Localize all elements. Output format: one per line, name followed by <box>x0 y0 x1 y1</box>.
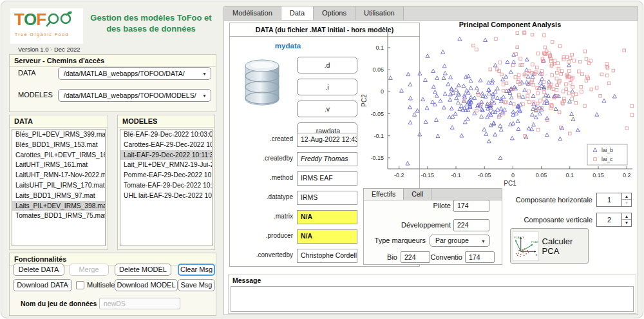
message-textarea[interactable] <box>231 286 634 312</box>
composante-verticale-spinner: ▲ ▼ <box>622 213 632 227</box>
developpement-field[interactable]: 224 <box>453 219 489 231</box>
field-button-v[interactable]: .v <box>297 101 357 117</box>
data-path-dropdown[interactable]: /data/MATLAB_webapps/TOFOO/DATA/ ▼ <box>58 67 211 80</box>
developpement-label: Développement <box>388 221 451 229</box>
composante-horizontale-spinner: ▲ ▼ <box>622 193 632 207</box>
list-item[interactable]: Carottes-EAF-29-Dec-2022 10:38:00.mat <box>120 140 212 150</box>
dataset-name-input[interactable] <box>99 298 180 309</box>
delete-data-button[interactable]: Delete DATA <box>13 264 64 276</box>
modeles-path-value: /data/MATLAB_webapps/TOFOO/MODELS/ <box>64 92 196 99</box>
merge-button[interactable]: Merge <box>69 264 109 276</box>
list-item[interactable]: Blé-EAF-29-Dec-2022 10:03:01.mat <box>120 130 212 140</box>
svg-text:-0.2: -0.2 <box>394 172 404 179</box>
list-item[interactable]: LaitsUHT_PIL_IRMS_170.mat <box>12 180 105 191</box>
svg-text:PCA1: PCA1 <box>514 236 522 239</box>
download-data-button[interactable]: Download DATA <box>13 279 72 291</box>
tab-cell[interactable]: Cell <box>404 189 431 200</box>
download-model-button[interactable]: Download MODEL <box>115 279 178 291</box>
variable-name-label: mydata <box>259 42 317 50</box>
svg-text:-0.1: -0.1 <box>451 172 461 179</box>
tab-effectifs[interactable]: Effectifs <box>364 189 404 200</box>
save-msg-button[interactable]: Save Msg <box>178 279 215 291</box>
svg-text:lai_b: lai_b <box>601 147 613 153</box>
page-title-line2: des bases de données <box>85 23 217 34</box>
svg-text:Principal Component Analysis: Principal Component Analysis <box>459 21 562 28</box>
data-path-label: DATA <box>18 69 36 77</box>
modeles-path-dropdown[interactable]: /data/MATLAB_webapps/TOFOO/MODELS/ ▼ <box>58 89 211 102</box>
field-value-convertedby[interactable]: Christophe Cordella, Unive <box>297 249 357 263</box>
bio-label: Bio <box>372 253 397 261</box>
conventio-label: Conventio <box>426 253 462 261</box>
list-item[interactable]: LaitUHT_RMN-17-Nov-2022.mat <box>12 170 105 180</box>
composante-horizontale-label: Composante horizontale <box>515 196 592 204</box>
field-value-created[interactable]: 12-Aug-2022 12:43:53 <box>297 133 357 147</box>
list-item[interactable]: Tomate-EAF-29-Dec-2022 10:55:29.mat <box>120 180 212 191</box>
list-item[interactable]: Laits_BDD1_IRMS_97.mat <box>12 191 105 201</box>
effectifs-tabstrip: Effectifs Cell <box>364 189 502 200</box>
model-files-title: MODELES <box>118 115 214 128</box>
chevron-down-icon: ▼ <box>202 90 207 102</box>
svg-text:X: X <box>535 253 537 256</box>
delete-model-button[interactable]: Delete MODEL <box>115 264 171 276</box>
list-item[interactable]: LaitUHT_IRMS_161.mat <box>12 160 105 170</box>
field-value-createdby[interactable]: Freddy Thomas <box>297 152 357 166</box>
logo-magnifier-leaf-icon <box>46 11 73 30</box>
tab-options[interactable]: Options <box>314 6 355 20</box>
tab-utilisation[interactable]: Utilisation <box>355 6 404 20</box>
tab-data[interactable]: Data <box>281 6 314 20</box>
field-button-d[interactable]: .d <box>297 57 357 73</box>
version-label: Version 1.0 - Dec 2022 <box>18 46 80 53</box>
spinner-up-icon[interactable]: ▲ <box>622 193 631 200</box>
composante-horizontale-value[interactable]: 1 <box>596 193 622 207</box>
pilote-field[interactable]: 174 <box>453 200 489 212</box>
calculer-pca-label: Calculer PCA <box>542 237 586 256</box>
conventio-field[interactable]: 174 <box>465 251 495 263</box>
field-value-producer[interactable]: N/A <box>297 229 357 244</box>
list-item[interactable]: Pomme-EAF-29-Dec-2022 10:57:57.mat <box>120 170 212 180</box>
list-item[interactable]: Tomates_BDD1_IRMS_75.mat <box>12 211 105 221</box>
chevron-down-icon: ▼ <box>481 236 486 247</box>
type-marqueurs-dropdown[interactable]: Par groupe ▼ <box>430 235 490 247</box>
field-label-datatype: .datatype <box>230 193 293 200</box>
message-title: Message <box>229 275 636 285</box>
model-files-listbox[interactable]: Blé-EAF-29-Dec-2022 10:03:01.matCarottes… <box>120 129 213 246</box>
clear-msg-button[interactable]: Clear Msg <box>178 264 215 276</box>
list-item[interactable]: Carottes_PIL+DEVT_IRMS_169.mat <box>12 150 105 160</box>
svg-text:0: 0 <box>381 88 384 95</box>
database-icon <box>242 58 283 108</box>
tab-modélisation[interactable]: Modélisation <box>224 6 281 20</box>
logo-letter-o: O <box>24 11 36 28</box>
message-panel: Message <box>228 275 636 314</box>
field-button-i[interactable]: .i <box>297 79 357 95</box>
list-item[interactable]: Blés_PIL+DEV_IRMS_399.mat <box>12 130 105 140</box>
spinner-down-icon[interactable]: ▼ <box>622 220 631 226</box>
svg-text:0.05: 0.05 <box>372 66 384 73</box>
field-label-createdby: .createdby <box>230 155 293 162</box>
svg-text:Y: Y <box>522 236 524 239</box>
logo-tagline: True Organic Food <box>10 30 83 37</box>
svg-text:-0.05: -0.05 <box>370 111 384 117</box>
serveur-panel-title: Serveur - Chemins d'accès <box>10 55 216 67</box>
field-value-method[interactable]: IRMS EAF <box>297 171 357 186</box>
logo-letter-f: F <box>36 11 46 28</box>
pilote-label: Pilote <box>388 202 451 209</box>
field-label-matrix: .matrix <box>230 213 293 220</box>
multiselect-checkbox[interactable] <box>76 281 84 289</box>
list-item[interactable]: Lait_PIL+DEV_RMN2-19-Jui-2022-Model.mat <box>120 160 212 170</box>
field-value-datatype[interactable]: IRMS <box>297 191 357 205</box>
list-item[interactable]: UHL lait-EAF-29-Dec-2022 10:16:29.mat <box>120 191 212 201</box>
spinner-up-icon[interactable]: ▲ <box>622 213 631 220</box>
list-item[interactable]: Lait-EAF-29-Dec-2022 10:11:34.mat <box>120 150 212 160</box>
spinner-down-icon[interactable]: ▼ <box>622 200 631 206</box>
field-value-matrix[interactable]: N/A <box>297 210 357 224</box>
composante-verticale-value[interactable]: 2 <box>596 213 622 227</box>
list-item[interactable]: Blés_BDD1_IRMS_153.mat <box>12 140 105 150</box>
dataset-name-label: Nom du jeu de données <box>21 300 97 307</box>
list-item[interactable]: Laits_PIL+DEV_IRMS_398.mat <box>12 201 105 211</box>
chevron-down-icon: ▼ <box>202 68 207 80</box>
calculer-pca-button[interactable]: PCA1 PCA2 Y X Calculer PCA <box>510 228 589 264</box>
composante-verticale-label: Composante verticale <box>515 216 592 224</box>
data-files-listbox[interactable]: Blés_PIL+DEV_IRMS_399.matBlés_BDD1_IRMS_… <box>12 129 106 246</box>
svg-text:PC2: PC2 <box>361 94 368 107</box>
main-tabstrip: ModélisationDataOptionsUtilisation <box>223 6 638 20</box>
